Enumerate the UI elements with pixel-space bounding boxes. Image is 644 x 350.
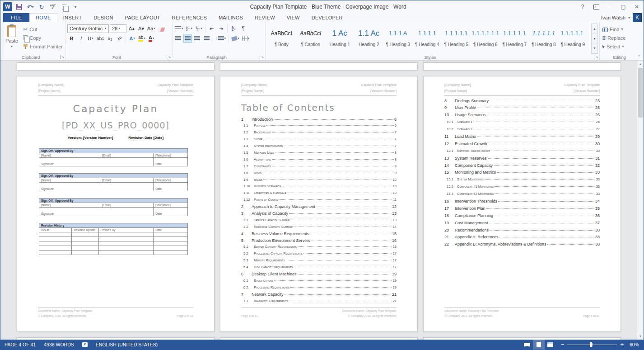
style-item-heading-2[interactable]: 1.1 AcHeading 2 [355, 24, 384, 48]
tab-page-layout[interactable]: PAGE LAYOUT [119, 13, 166, 22]
close-icon[interactable]: ✕ [630, 1, 644, 13]
style-item-heading-5[interactable]: 1.1.1.1.1¶ Heading 5 [442, 24, 471, 48]
help-icon[interactable]: ? [576, 1, 589, 13]
grow-font-button[interactable]: A▴ [127, 24, 136, 33]
line-spacing-button[interactable]: ↕▾ [215, 34, 227, 43]
page-cover[interactable]: [Company Name][Project Name] Capacity Pl… [17, 76, 215, 332]
sort-button[interactable]: AZ↓ [229, 24, 238, 33]
print-layout-icon[interactable] [533, 340, 545, 350]
save-icon[interactable] [14, 2, 24, 12]
customize-qat-icon[interactable]: ▾ [70, 2, 80, 12]
page-toc-2[interactable]: [Company Name][Project Name] Capacity Pl… [423, 76, 621, 332]
tab-mailings[interactable]: MAILINGS [213, 13, 249, 22]
paste-button[interactable]: Paste ▾ [2, 24, 22, 54]
styles-scroll-down-icon[interactable]: ▼ [592, 34, 597, 44]
ribbon-display-options-icon[interactable] [589, 1, 603, 13]
style-item-body[interactable]: AaBbCcI¶ Body [267, 24, 296, 48]
style-item-heading-9[interactable]: 1.1.1.1.1.¶ Heading 9 [558, 24, 588, 48]
align-left-button[interactable] [174, 34, 182, 43]
clear-formatting-button[interactable] [157, 24, 166, 33]
spelling-grammar-icon[interactable]: ABC✓ [48, 2, 58, 12]
tab-insert[interactable]: INSERT [57, 13, 88, 22]
undo-dropdown-icon[interactable]: ▾ [32, 5, 33, 9]
tab-review[interactable]: REVIEW [249, 13, 281, 22]
align-right-button[interactable] [193, 34, 201, 43]
clipboard-dialog-launcher-icon[interactable]: ↘ [60, 55, 64, 59]
font-size-combobox[interactable]: 28▾ [110, 24, 126, 33]
redo-icon[interactable]: ↻ [37, 2, 47, 12]
style-item-heading-4[interactable]: 1.1.1.1¶ Heading 4 [413, 24, 442, 48]
styles-gallery-expand-icon[interactable]: ▼ [592, 43, 597, 53]
find-button[interactable]: Find▾ [601, 25, 642, 33]
font-color-button[interactable]: A▾ [147, 34, 156, 43]
zoom-out-icon[interactable]: − [561, 340, 565, 349]
scroll-up-icon[interactable]: ▲ [637, 61, 644, 67]
tab-design[interactable]: DESIGN [88, 13, 119, 22]
multilevel-list-button[interactable]: 1— a— i—▾ [195, 24, 204, 33]
style-item-heading-3[interactable]: 1.1.1 A¶ Heading 3 [383, 24, 413, 48]
select-button[interactable]: Select▾ [601, 43, 642, 50]
proofing-status-icon[interactable]: ✗ [78, 340, 92, 350]
subscript-button[interactable]: x₂ [106, 34, 114, 43]
change-case-button[interactable]: Aa▾ [146, 24, 156, 33]
zoom-slider-thumb[interactable] [590, 342, 592, 347]
bold-button[interactable]: B [67, 34, 76, 43]
tab-file[interactable]: FILE [3, 13, 29, 22]
zoom-percentage[interactable]: 60% [628, 342, 644, 347]
italic-button[interactable]: I [77, 34, 85, 43]
paste-dropdown-icon[interactable]: ▾ [11, 44, 13, 48]
language-indicator[interactable]: ENGLISH (UNITED STATES) [92, 340, 162, 350]
zoom-in-icon[interactable]: + [620, 340, 624, 349]
style-item-heading-6[interactable]: 1.1.1.1.1.1¶ Heading 6 [471, 24, 500, 48]
page-toc-1[interactable]: [Company Name][Project Name] Capacity Pl… [220, 76, 418, 332]
minimize-icon[interactable]: – [603, 1, 616, 13]
scrollbar-thumb[interactable] [638, 68, 643, 118]
replace-button[interactable]: abacReplace [601, 34, 642, 42]
user-dropdown-icon[interactable]: ▾ [628, 16, 630, 20]
tab-view[interactable]: VIEW [281, 13, 306, 22]
tab-references[interactable]: REFERENCES [166, 13, 213, 22]
font-name-dropdown-icon[interactable]: ▾ [105, 27, 107, 30]
web-layout-icon[interactable] [545, 340, 556, 350]
text-effects-button[interactable]: A▾ [128, 34, 136, 43]
font-dialog-launcher-icon[interactable]: ↘ [167, 55, 171, 59]
undo-icon[interactable]: ↶▾ [25, 2, 35, 12]
strikethrough-button[interactable]: abc [96, 34, 105, 43]
superscript-button[interactable]: x² [115, 34, 124, 43]
underline-button[interactable]: U▾ [86, 34, 95, 43]
word-count[interactable]: 4938 WORDS [40, 340, 78, 350]
style-item-heading-8[interactable]: 1.1.1.1.1¶ Heading 8 [529, 24, 559, 48]
paragraph-dialog-launcher-icon[interactable]: ↘ [260, 55, 264, 59]
shrink-font-button[interactable]: A▾ [137, 24, 145, 33]
justify-button[interactable] [202, 34, 211, 43]
font-size-dropdown-icon[interactable]: ▾ [118, 27, 120, 30]
styles-dialog-launcher-icon[interactable]: ↘ [594, 55, 598, 59]
collapse-ribbon-icon[interactable]: ⌃ [637, 55, 641, 59]
borders-button[interactable]: ▾ [241, 34, 251, 43]
read-mode-icon[interactable] [521, 340, 533, 350]
cut-button[interactable]: ✂Cut [22, 25, 64, 33]
vertical-scrollbar[interactable]: ▲ ▼ [637, 61, 644, 340]
copy-button[interactable]: Copy [22, 34, 64, 42]
highlight-color-button[interactable]: ab▾ [137, 34, 146, 43]
numbering-button[interactable]: 1—2—3—▾ [185, 24, 194, 33]
format-painter-button[interactable]: Format Painter [22, 43, 64, 50]
tab-developer[interactable]: DEVELOPER [306, 13, 349, 22]
page-indicator[interactable]: PAGE 4 OF 41 [0, 340, 40, 350]
word-logo-icon[interactable]: W [3, 2, 13, 12]
show-marks-button[interactable]: ¶ [239, 24, 247, 33]
style-item-caption[interactable]: AaBbCcI¶ Caption [296, 24, 326, 48]
styles-scroll-up-icon[interactable]: ▲ [592, 24, 597, 34]
shading-button[interactable]: ▾ [231, 34, 240, 43]
bullets-button[interactable]: ▾ [174, 24, 184, 33]
tab-home[interactable]: HOME [29, 13, 57, 22]
user-account[interactable]: Ivan Walsh ▾ K [601, 13, 642, 22]
style-item-heading-1[interactable]: 1 AcHeading 1 [325, 24, 355, 48]
increase-indent-button[interactable]: ⇥ [217, 24, 225, 33]
style-item-heading-7[interactable]: 1.1.1.1.1¶ Heading 7 [500, 24, 529, 48]
align-center-button[interactable] [183, 34, 192, 43]
font-name-combobox[interactable]: Century Gothic▾ [67, 24, 109, 33]
maximize-icon[interactable]: ▢ [616, 1, 630, 13]
avatar[interactable]: K [633, 13, 642, 22]
scroll-down-icon[interactable]: ▼ [637, 333, 644, 340]
